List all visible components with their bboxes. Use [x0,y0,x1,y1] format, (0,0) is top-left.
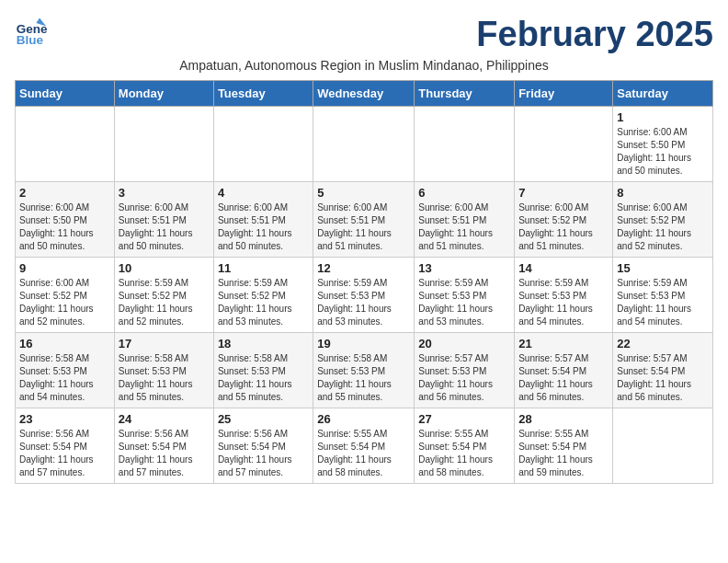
calendar-cell: 12Sunrise: 5:59 AM Sunset: 5:53 PM Dayli… [313,258,415,333]
day-number: 15 [617,261,709,275]
week-row-2: 9Sunrise: 6:00 AM Sunset: 5:52 PM Daylig… [16,258,713,333]
dow-header-monday: Monday [114,81,213,107]
day-number: 23 [19,412,110,426]
calendar-cell: 28Sunrise: 5:55 AM Sunset: 5:54 PM Dayli… [515,408,613,484]
calendar-cell [313,107,415,182]
calendar-cell: 24Sunrise: 5:56 AM Sunset: 5:54 PM Dayli… [114,408,213,484]
calendar-cell: 20Sunrise: 5:57 AM Sunset: 5:53 PM Dayli… [415,333,515,408]
dow-header-thursday: Thursday [415,81,515,107]
calendar-cell: 23Sunrise: 5:56 AM Sunset: 5:54 PM Dayli… [16,408,115,484]
dow-header-friday: Friday [515,81,613,107]
calendar-cell [213,107,313,182]
days-of-week-row: SundayMondayTuesdayWednesdayThursdayFrid… [16,81,713,107]
dow-header-saturday: Saturday [613,81,713,107]
day-number: 6 [418,186,510,200]
day-info: Sunrise: 5:58 AM Sunset: 5:53 PM Dayligh… [317,352,410,404]
dow-header-tuesday: Tuesday [213,81,313,107]
day-info: Sunrise: 6:00 AM Sunset: 5:51 PM Dayligh… [218,201,309,253]
day-number: 12 [317,261,410,275]
day-number: 8 [617,186,709,200]
day-number: 16 [19,337,110,350]
calendar-cell: 25Sunrise: 5:56 AM Sunset: 5:54 PM Dayli… [213,408,313,484]
day-info: Sunrise: 5:58 AM Sunset: 5:53 PM Dayligh… [19,352,110,404]
calendar-cell: 27Sunrise: 5:55 AM Sunset: 5:54 PM Dayli… [415,408,515,484]
day-info: Sunrise: 6:00 AM Sunset: 5:51 PM Dayligh… [317,201,410,253]
day-info: Sunrise: 5:59 AM Sunset: 5:52 PM Dayligh… [119,277,210,328]
logo-icon: General Blue [15,15,48,48]
calendar-cell: 9Sunrise: 6:00 AM Sunset: 5:52 PM Daylig… [16,258,115,333]
subtitle: Ampatuan, Autonomous Region in Muslim Mi… [15,58,713,73]
calendar-cell: 10Sunrise: 5:59 AM Sunset: 5:52 PM Dayli… [114,258,213,333]
month-title-area: February 2025 [476,15,713,54]
dow-header-wednesday: Wednesday [313,81,415,107]
day-info: Sunrise: 5:59 AM Sunset: 5:52 PM Dayligh… [218,277,309,328]
calendar-cell: 4Sunrise: 6:00 AM Sunset: 5:51 PM Daylig… [213,182,313,258]
calendar-cell: 5Sunrise: 6:00 AM Sunset: 5:51 PM Daylig… [313,182,415,258]
day-number: 25 [218,412,309,426]
calendar-cell: 22Sunrise: 5:57 AM Sunset: 5:54 PM Dayli… [613,333,713,408]
day-info: Sunrise: 6:00 AM Sunset: 5:50 PM Dayligh… [617,126,709,178]
calendar-body: 1Sunrise: 6:00 AM Sunset: 5:50 PM Daylig… [16,107,713,484]
svg-text:Blue: Blue [17,33,44,47]
day-info: Sunrise: 5:56 AM Sunset: 5:54 PM Dayligh… [119,428,210,479]
day-number: 10 [119,261,210,275]
day-number: 22 [617,337,709,350]
day-info: Sunrise: 6:00 AM Sunset: 5:50 PM Dayligh… [19,201,110,253]
calendar-cell [16,107,115,182]
month-title: February 2025 [476,15,713,54]
day-info: Sunrise: 5:57 AM Sunset: 5:53 PM Dayligh… [418,352,510,404]
calendar-cell: 6Sunrise: 6:00 AM Sunset: 5:51 PM Daylig… [415,182,515,258]
day-number: 13 [418,261,510,275]
day-info: Sunrise: 5:57 AM Sunset: 5:54 PM Dayligh… [518,352,609,404]
calendar-cell: 2Sunrise: 6:00 AM Sunset: 5:50 PM Daylig… [16,182,115,258]
day-info: Sunrise: 5:57 AM Sunset: 5:54 PM Dayligh… [617,352,709,404]
day-info: Sunrise: 5:55 AM Sunset: 5:54 PM Dayligh… [317,428,410,479]
day-number: 17 [119,337,210,350]
day-number: 2 [19,186,110,200]
header: General Blue February 2025 [15,15,713,54]
day-info: Sunrise: 5:55 AM Sunset: 5:54 PM Dayligh… [418,428,510,479]
day-number: 24 [119,412,210,426]
day-number: 19 [317,337,410,350]
calendar-cell: 15Sunrise: 5:59 AM Sunset: 5:53 PM Dayli… [613,258,713,333]
calendar-cell: 11Sunrise: 5:59 AM Sunset: 5:52 PM Dayli… [213,258,313,333]
logo: General Blue [15,15,48,48]
day-info: Sunrise: 6:00 AM Sunset: 5:51 PM Dayligh… [119,201,210,253]
dow-header-sunday: Sunday [16,81,115,107]
day-number: 27 [418,412,510,426]
day-info: Sunrise: 6:00 AM Sunset: 5:52 PM Dayligh… [518,201,609,253]
day-number: 26 [317,412,410,426]
day-info: Sunrise: 5:59 AM Sunset: 5:53 PM Dayligh… [418,277,510,328]
day-info: Sunrise: 6:00 AM Sunset: 5:52 PM Dayligh… [617,201,709,253]
day-number: 14 [518,261,609,275]
day-info: Sunrise: 5:55 AM Sunset: 5:54 PM Dayligh… [518,428,609,479]
calendar-table: SundayMondayTuesdayWednesdayThursdayFrid… [15,80,713,484]
day-info: Sunrise: 5:59 AM Sunset: 5:53 PM Dayligh… [518,277,609,328]
day-number: 3 [119,186,210,200]
calendar-cell [114,107,213,182]
day-info: Sunrise: 5:56 AM Sunset: 5:54 PM Dayligh… [218,428,309,479]
day-info: Sunrise: 6:00 AM Sunset: 5:52 PM Dayligh… [19,277,110,328]
calendar-cell [515,107,613,182]
day-number: 11 [218,261,309,275]
week-row-4: 23Sunrise: 5:56 AM Sunset: 5:54 PM Dayli… [16,408,713,484]
calendar-cell: 14Sunrise: 5:59 AM Sunset: 5:53 PM Dayli… [515,258,613,333]
calendar-cell: 21Sunrise: 5:57 AM Sunset: 5:54 PM Dayli… [515,333,613,408]
calendar-cell: 13Sunrise: 5:59 AM Sunset: 5:53 PM Dayli… [415,258,515,333]
day-info: Sunrise: 5:59 AM Sunset: 5:53 PM Dayligh… [317,277,410,328]
day-number: 4 [218,186,309,200]
day-number: 9 [19,261,110,275]
week-row-0: 1Sunrise: 6:00 AM Sunset: 5:50 PM Daylig… [16,107,713,182]
calendar-cell [415,107,515,182]
calendar-cell: 17Sunrise: 5:58 AM Sunset: 5:53 PM Dayli… [114,333,213,408]
day-number: 5 [317,186,410,200]
calendar-cell: 3Sunrise: 6:00 AM Sunset: 5:51 PM Daylig… [114,182,213,258]
week-row-3: 16Sunrise: 5:58 AM Sunset: 5:53 PM Dayli… [16,333,713,408]
day-number: 18 [218,337,309,350]
calendar-cell: 1Sunrise: 6:00 AM Sunset: 5:50 PM Daylig… [613,107,713,182]
calendar-cell: 19Sunrise: 5:58 AM Sunset: 5:53 PM Dayli… [313,333,415,408]
calendar-cell: 8Sunrise: 6:00 AM Sunset: 5:52 PM Daylig… [613,182,713,258]
day-number: 1 [617,110,709,124]
day-number: 7 [518,186,609,200]
calendar-cell: 18Sunrise: 5:58 AM Sunset: 5:53 PM Dayli… [213,333,313,408]
